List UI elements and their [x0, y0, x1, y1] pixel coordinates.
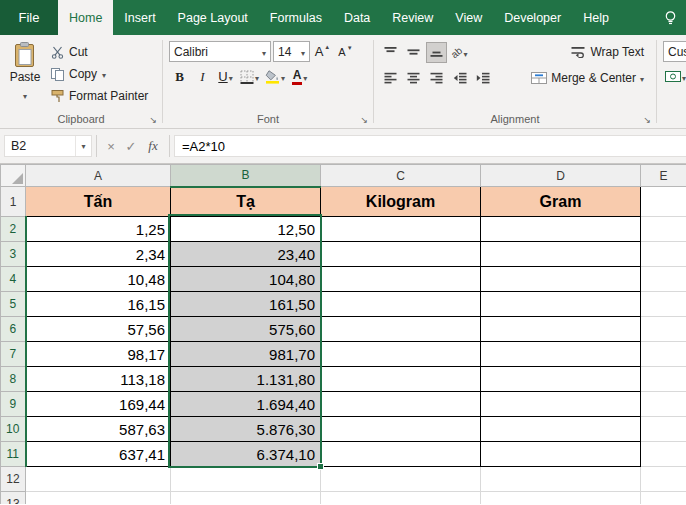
- cell-D7[interactable]: [481, 342, 641, 367]
- font-name-select[interactable]: Calibri: [169, 41, 271, 62]
- cell-A10[interactable]: 587,63: [26, 417, 171, 442]
- top-align-icon[interactable]: [380, 42, 401, 63]
- cell-E3[interactable]: [641, 242, 686, 267]
- row-header-7[interactable]: 7: [1, 342, 26, 367]
- cell-D13[interactable]: [481, 492, 641, 505]
- cell-E6[interactable]: [641, 317, 686, 342]
- cell-D2[interactable]: [481, 217, 641, 242]
- name-box[interactable]: B2: [4, 135, 92, 157]
- column-header-B[interactable]: B: [171, 165, 321, 187]
- cell-D8[interactable]: [481, 367, 641, 392]
- cell-D6[interactable]: [481, 317, 641, 342]
- middle-align-icon[interactable]: [403, 42, 424, 63]
- row-header-13[interactable]: 13: [1, 492, 26, 505]
- align-right-icon[interactable]: [426, 68, 447, 89]
- font-dialog-launcher-icon[interactable]: [360, 114, 368, 125]
- cell-C2[interactable]: [321, 217, 481, 242]
- cell-B7[interactable]: 981,70: [171, 342, 321, 367]
- cell-D3[interactable]: [481, 242, 641, 267]
- cell-C12[interactable]: [321, 467, 481, 492]
- select-all-corner[interactable]: [1, 165, 26, 187]
- accounting-format-button[interactable]: [663, 66, 686, 87]
- cell-C9[interactable]: [321, 392, 481, 417]
- tell-me-icon[interactable]: [663, 0, 678, 35]
- cell-A12[interactable]: [26, 467, 171, 492]
- cell-C8[interactable]: [321, 367, 481, 392]
- cell-B8[interactable]: 1.131,80: [171, 367, 321, 392]
- row-header-6[interactable]: 6: [1, 317, 26, 342]
- cell-B4[interactable]: 104,80: [171, 267, 321, 292]
- formula-input[interactable]: =A2*10: [174, 135, 686, 157]
- cell-E11[interactable]: [641, 442, 686, 467]
- cell-E13[interactable]: [641, 492, 686, 505]
- cut-button[interactable]: Cut: [48, 41, 151, 63]
- cell-D12[interactable]: [481, 467, 641, 492]
- font-name-dropdown-icon[interactable]: [262, 46, 266, 58]
- cell-B9[interactable]: 1.694,40: [171, 392, 321, 417]
- fill-handle[interactable]: [317, 463, 324, 470]
- row-header-10[interactable]: 10: [1, 417, 26, 442]
- cell-B5[interactable]: 161,50: [171, 292, 321, 317]
- cell-E7[interactable]: [641, 342, 686, 367]
- cell-B3[interactable]: 23,40: [171, 242, 321, 267]
- row-header-9[interactable]: 9: [1, 392, 26, 417]
- underline-button[interactable]: U: [215, 66, 236, 87]
- row-header-12[interactable]: 12: [1, 467, 26, 492]
- row-header-3[interactable]: 3: [1, 242, 26, 267]
- tab-page-layout[interactable]: Page Layout: [167, 0, 259, 35]
- increase-indent-icon[interactable]: [472, 68, 493, 89]
- cell-C6[interactable]: [321, 317, 481, 342]
- cell-B1[interactable]: Tạ: [171, 187, 321, 217]
- tab-insert[interactable]: Insert: [113, 0, 166, 35]
- copy-dropdown-icon[interactable]: [102, 68, 106, 80]
- cell-E10[interactable]: [641, 417, 686, 442]
- row-header-11[interactable]: 11: [1, 442, 26, 467]
- row-header-5[interactable]: 5: [1, 292, 26, 317]
- tab-file[interactable]: File: [0, 0, 58, 35]
- cell-A7[interactable]: 98,17: [26, 342, 171, 367]
- cell-E12[interactable]: [641, 467, 686, 492]
- column-header-C[interactable]: C: [321, 165, 481, 187]
- column-header-D[interactable]: D: [481, 165, 641, 187]
- cell-B13[interactable]: [171, 492, 321, 505]
- font-color-dropdown-icon[interactable]: [303, 70, 307, 83]
- insert-function-icon[interactable]: fx: [141, 138, 165, 154]
- tab-review[interactable]: Review: [381, 0, 444, 35]
- tab-data[interactable]: Data: [333, 0, 381, 35]
- cell-C13[interactable]: [321, 492, 481, 505]
- cell-A5[interactable]: 16,15: [26, 292, 171, 317]
- decrease-font-size-icon[interactable]: [335, 41, 356, 62]
- cell-C10[interactable]: [321, 417, 481, 442]
- align-center-icon[interactable]: [403, 68, 424, 89]
- cell-B12[interactable]: [171, 467, 321, 492]
- cell-D1[interactable]: Gram: [481, 187, 641, 217]
- fill-color-button[interactable]: [263, 66, 287, 87]
- cell-A11[interactable]: 637,41: [26, 442, 171, 467]
- row-header-2[interactable]: 2: [1, 217, 26, 242]
- cell-D9[interactable]: [481, 392, 641, 417]
- cancel-icon[interactable]: [101, 139, 121, 154]
- alignment-dialog-launcher-icon[interactable]: [643, 114, 651, 125]
- tab-home[interactable]: Home: [58, 0, 113, 35]
- decrease-indent-icon[interactable]: [449, 68, 470, 89]
- tab-developer[interactable]: Developer: [493, 0, 572, 35]
- cell-A9[interactable]: 169,44: [26, 392, 171, 417]
- italic-button[interactable]: I: [192, 66, 213, 87]
- cell-D4[interactable]: [481, 267, 641, 292]
- cell-C3[interactable]: [321, 242, 481, 267]
- bold-button[interactable]: B: [169, 66, 190, 87]
- cell-D10[interactable]: [481, 417, 641, 442]
- format-painter-button[interactable]: Format Painter: [48, 85, 151, 107]
- tab-view[interactable]: View: [444, 0, 493, 35]
- name-box-dropdown-icon[interactable]: [75, 136, 91, 156]
- font-color-button[interactable]: [289, 66, 310, 87]
- cell-E4[interactable]: [641, 267, 686, 292]
- tab-help[interactable]: Help: [572, 0, 620, 35]
- cell-C11[interactable]: [321, 442, 481, 467]
- cell-E9[interactable]: [641, 392, 686, 417]
- underline-dropdown-icon[interactable]: [229, 70, 233, 83]
- column-header-E[interactable]: E: [641, 165, 686, 187]
- cell-E2[interactable]: [641, 217, 686, 242]
- row-header-8[interactable]: 8: [1, 367, 26, 392]
- font-size-select[interactable]: 14: [273, 41, 310, 62]
